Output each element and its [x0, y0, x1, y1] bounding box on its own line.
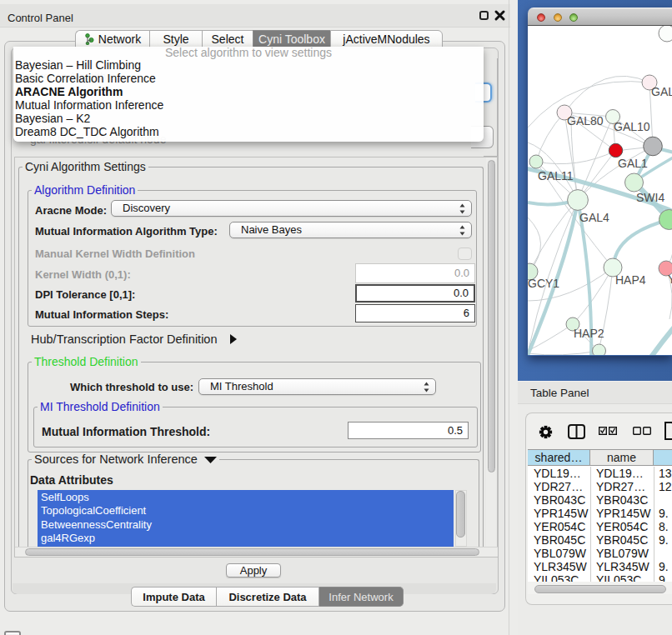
svg-text:GAL80: GAL80 [567, 114, 604, 128]
svg-text:GAL11: GAL11 [538, 169, 574, 182]
svg-text:HAP2: HAP2 [574, 327, 604, 340]
svg-text:GCY1: GCY1 [528, 277, 559, 290]
svg-text:Y: Y [668, 272, 672, 286]
svg-text:GAL10: GAL10 [614, 120, 650, 133]
svg-text:HAP4: HAP4 [615, 273, 646, 287]
svg-text:GAL1: GAL1 [618, 157, 648, 170]
svg-text:GAL4: GAL4 [579, 211, 609, 224]
svg-text:SWI4: SWI4 [636, 191, 664, 204]
svg-text:GAL: GAL [651, 85, 672, 98]
